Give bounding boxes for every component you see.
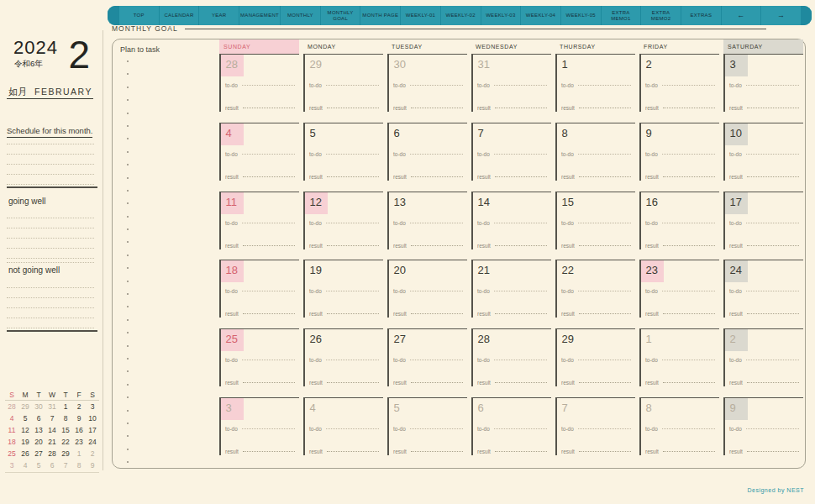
nav-tab-calendar[interactable]: CALENDAR [159, 6, 199, 25]
day-cell[interactable]: 2to-doresult [723, 328, 803, 397]
day-cell[interactable]: 19to-doresult [303, 260, 383, 328]
nav-tab-monthly[interactable]: MONTHLY [280, 6, 320, 25]
day-cell[interactable]: 30to-doresult [387, 54, 467, 123]
result-label: result [645, 311, 659, 317]
bullet-dot [127, 384, 129, 386]
result-label: result [225, 380, 239, 386]
todo-writing-line [410, 85, 463, 86]
todo-writing-line [242, 360, 295, 360]
bullet-dot [127, 461, 129, 463]
day-cell[interactable]: 7to-doresult [555, 397, 635, 466]
day-cell[interactable]: 13to-doresult [387, 192, 467, 260]
nav-tab-monthly-goal[interactable]: MONTHLY GOAL [320, 6, 360, 25]
not-going-well-writing-lines [7, 278, 94, 328]
mini-cal-day: 19 [18, 436, 32, 448]
mini-cal-day: 27 [32, 448, 45, 459]
nav-tab-extra-memo1[interactable]: EXTRA MEMO1 [601, 6, 641, 25]
day-cell[interactable]: 24to-doresult [723, 260, 803, 328]
nav-tab-extras[interactable]: EXTRAS [681, 6, 721, 25]
nav-tab-extra-memo2[interactable]: EXTRA MEMO2 [640, 6, 681, 25]
day-cell[interactable]: 23to-doresult [639, 260, 719, 328]
todo-row: to-do [393, 426, 463, 432]
day-header-sunday: SUNDAY [219, 39, 299, 54]
day-cell[interactable]: 8to-doresult [639, 397, 719, 466]
day-cell[interactable]: 17to-doresult [723, 192, 803, 260]
mini-cal-day: 26 [18, 448, 32, 459]
day-cell[interactable]: 2to-doresult [639, 54, 719, 123]
nav-tab-year[interactable]: YEAR [198, 6, 239, 25]
nav-arrow-left[interactable]: ← [721, 6, 761, 25]
result-row: result [561, 311, 631, 317]
day-cell[interactable]: 20to-doresult [387, 260, 467, 328]
day-cell[interactable]: 10to-doresult [723, 123, 803, 192]
date-number: 8 [641, 398, 664, 420]
bullet-dot [127, 190, 129, 192]
day-cell[interactable]: 15to-doresult [555, 192, 635, 260]
nav-arrow-right[interactable]: → [760, 6, 801, 25]
day-cell[interactable]: 1to-doresult [639, 328, 719, 397]
day-cell[interactable]: 18to-doresult [219, 260, 299, 328]
day-cell[interactable]: 29to-doresult [303, 54, 383, 123]
day-cell[interactable]: 22to-doresult [555, 260, 635, 328]
day-cell[interactable]: 1to-doresult [555, 54, 635, 123]
day-cell[interactable]: 29to-doresult [555, 328, 635, 397]
todo-row: to-do [477, 357, 547, 363]
result-writing-line [663, 108, 715, 108]
todo-label: to-do [729, 288, 742, 294]
day-cell[interactable]: 16to-doresult [639, 192, 719, 260]
todo-label: to-do [225, 151, 238, 157]
nav-tab-management[interactable]: MANAGEMENT [239, 6, 280, 25]
day-cell[interactable]: 6to-doresult [471, 397, 551, 466]
day-cell[interactable]: 9to-doresult [639, 123, 719, 192]
todo-label: to-do [309, 220, 322, 226]
day-cell[interactable]: 5to-doresult [387, 397, 467, 466]
nav-tab-weekly-04[interactable]: WEEKLY-04 [520, 6, 560, 25]
result-row: result [561, 243, 631, 249]
day-header-friday: FRIDAY [639, 39, 719, 54]
mini-cal-day: 7 [45, 412, 59, 424]
todo-writing-line [494, 428, 547, 429]
bullet-dot [127, 332, 129, 333]
day-cell[interactable]: 28to-doresult [219, 54, 299, 123]
day-cell[interactable]: 21to-doresult [471, 260, 551, 328]
day-cell[interactable]: 31to-doresult [471, 54, 551, 123]
todo-label: to-do [393, 426, 406, 432]
date-number: 3 [221, 398, 244, 420]
nav-tab-top[interactable]: TOP [118, 6, 159, 25]
day-cell[interactable]: 4to-doresult [219, 123, 299, 192]
todo-writing-line [494, 360, 547, 360]
todo-label: to-do [309, 426, 322, 432]
day-cell[interactable]: 11to-doresult [219, 192, 299, 260]
todo-writing-line [326, 360, 379, 360]
nav-tab-weekly-05[interactable]: WEEKLY-05 [560, 6, 601, 25]
nav-tab-weekly-02[interactable]: WEEKLY-02 [440, 6, 481, 25]
nav-tab-weekly-03[interactable]: WEEKLY-03 [481, 6, 521, 25]
day-cell[interactable]: 9to-doresult [723, 397, 803, 466]
day-cell[interactable]: 3to-doresult [723, 54, 803, 123]
todo-label: to-do [561, 82, 574, 88]
day-cell[interactable]: 6to-doresult [387, 123, 467, 192]
day-cell[interactable]: 12to-doresult [303, 192, 383, 260]
day-cell[interactable]: 28to-doresult [471, 328, 551, 397]
day-cell[interactable]: 4to-doresult [303, 397, 383, 466]
day-cell[interactable]: 7to-doresult [471, 123, 551, 192]
nav-tab-month-page[interactable]: MONTH PAGE [360, 6, 400, 25]
date-number: 1 [641, 329, 664, 351]
date-number: 4 [305, 398, 328, 420]
result-writing-line [663, 176, 715, 177]
day-cell[interactable]: 27to-doresult [387, 328, 467, 397]
day-cell[interactable]: 25to-doresult [219, 328, 299, 397]
result-label: result [645, 105, 659, 111]
day-cell[interactable]: 26to-doresult [303, 328, 383, 397]
todo-row: to-do [225, 357, 295, 363]
todo-row: to-do [309, 288, 379, 294]
nav-tab-weekly-01[interactable]: WEEKLY-01 [400, 6, 440, 25]
mini-cal-day: 3 [86, 401, 99, 412]
day-cell[interactable]: 5to-doresult [303, 123, 383, 192]
day-cell[interactable]: 14to-doresult [471, 192, 551, 260]
todo-row: to-do [225, 426, 295, 432]
result-label: result [393, 380, 407, 386]
todo-writing-line [746, 223, 799, 223]
day-cell[interactable]: 3to-doresult [219, 397, 299, 466]
day-cell[interactable]: 8to-doresult [555, 123, 635, 192]
